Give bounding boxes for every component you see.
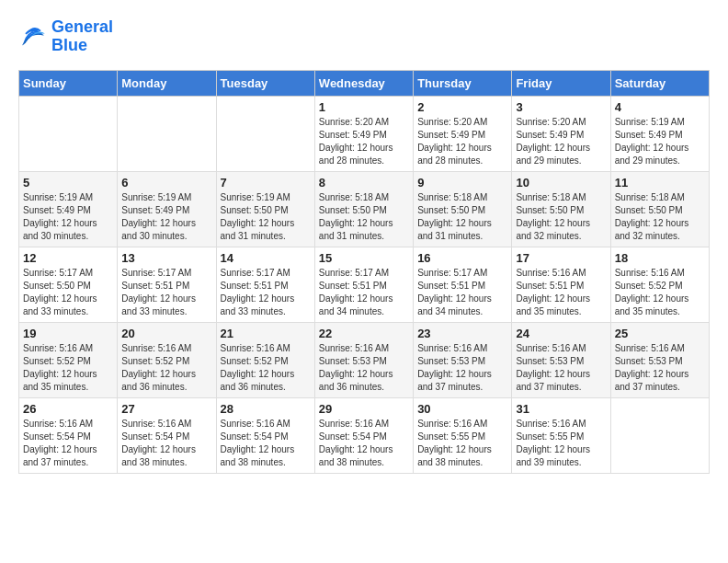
calendar-week-row: 12Sunrise: 5:17 AM Sunset: 5:50 PM Dayli… <box>19 247 710 322</box>
calendar-cell: 8Sunrise: 5:18 AM Sunset: 5:50 PM Daylig… <box>314 171 413 247</box>
day-number: 22 <box>319 327 409 340</box>
calendar-week-row: 5Sunrise: 5:19 AM Sunset: 5:49 PM Daylig… <box>19 171 710 247</box>
calendar-cell: 7Sunrise: 5:19 AM Sunset: 5:50 PM Daylig… <box>216 171 314 247</box>
day-number: 3 <box>516 100 606 114</box>
calendar-cell: 15Sunrise: 5:17 AM Sunset: 5:51 PM Dayli… <box>314 247 413 322</box>
calendar-cell: 11Sunrise: 5:18 AM Sunset: 5:50 PM Dayli… <box>610 171 709 247</box>
day-number: 23 <box>417 327 507 340</box>
weekday-header-wednesday: Wednesday <box>314 70 413 96</box>
day-number: 28 <box>221 402 311 416</box>
day-number: 12 <box>23 251 113 265</box>
calendar-cell: 3Sunrise: 5:20 AM Sunset: 5:49 PM Daylig… <box>512 96 610 171</box>
logo-text: General Blue <box>51 18 113 55</box>
calendar-week-row: 19Sunrise: 5:16 AM Sunset: 5:52 PM Dayli… <box>19 322 710 397</box>
day-info: Sunrise: 5:17 AM Sunset: 5:51 PM Dayligh… <box>121 267 211 318</box>
calendar-cell: 17Sunrise: 5:16 AM Sunset: 5:51 PM Dayli… <box>512 247 610 322</box>
day-info: Sunrise: 5:18 AM Sunset: 5:50 PM Dayligh… <box>615 191 705 243</box>
day-info: Sunrise: 5:16 AM Sunset: 5:52 PM Dayligh… <box>23 342 113 394</box>
calendar-cell: 19Sunrise: 5:16 AM Sunset: 5:52 PM Dayli… <box>19 322 118 397</box>
day-number: 27 <box>121 402 211 416</box>
day-info: Sunrise: 5:16 AM Sunset: 5:53 PM Dayligh… <box>615 342 705 394</box>
day-info: Sunrise: 5:16 AM Sunset: 5:54 PM Dayligh… <box>319 418 409 469</box>
day-info: Sunrise: 5:16 AM Sunset: 5:52 PM Dayligh… <box>221 342 311 394</box>
weekday-header-saturday: Saturday <box>610 70 709 96</box>
day-info: Sunrise: 5:17 AM Sunset: 5:51 PM Dayligh… <box>221 267 311 318</box>
day-number: 31 <box>516 402 606 416</box>
calendar-body: 1Sunrise: 5:20 AM Sunset: 5:49 PM Daylig… <box>19 96 710 473</box>
weekday-header-sunday: Sunday <box>19 70 118 96</box>
weekday-header-row: SundayMondayTuesdayWednesdayThursdayFrid… <box>19 70 710 96</box>
day-info: Sunrise: 5:17 AM Sunset: 5:51 PM Dayligh… <box>319 267 409 318</box>
calendar-cell: 20Sunrise: 5:16 AM Sunset: 5:52 PM Dayli… <box>118 322 216 397</box>
day-number: 7 <box>221 176 311 190</box>
weekday-header-thursday: Thursday <box>414 70 512 96</box>
day-info: Sunrise: 5:16 AM Sunset: 5:52 PM Dayligh… <box>615 267 705 318</box>
day-info: Sunrise: 5:18 AM Sunset: 5:50 PM Dayligh… <box>417 191 507 243</box>
calendar-cell: 12Sunrise: 5:17 AM Sunset: 5:50 PM Dayli… <box>19 247 118 322</box>
day-number: 5 <box>23 176 113 190</box>
day-info: Sunrise: 5:18 AM Sunset: 5:50 PM Dayligh… <box>516 191 606 243</box>
day-number: 24 <box>516 327 606 340</box>
day-info: Sunrise: 5:19 AM Sunset: 5:49 PM Dayligh… <box>121 191 211 243</box>
day-number: 8 <box>319 176 409 190</box>
calendar-cell: 23Sunrise: 5:16 AM Sunset: 5:53 PM Dayli… <box>414 322 512 397</box>
calendar-cell: 21Sunrise: 5:16 AM Sunset: 5:52 PM Dayli… <box>216 322 314 397</box>
day-number: 9 <box>417 176 507 190</box>
day-info: Sunrise: 5:20 AM Sunset: 5:49 PM Dayligh… <box>516 116 606 167</box>
calendar-cell: 2Sunrise: 5:20 AM Sunset: 5:49 PM Daylig… <box>414 96 512 171</box>
day-info: Sunrise: 5:16 AM Sunset: 5:53 PM Dayligh… <box>319 342 409 394</box>
calendar-cell: 1Sunrise: 5:20 AM Sunset: 5:49 PM Daylig… <box>314 96 413 171</box>
calendar-cell: 13Sunrise: 5:17 AM Sunset: 5:51 PM Dayli… <box>118 247 216 322</box>
day-info: Sunrise: 5:16 AM Sunset: 5:53 PM Dayligh… <box>516 342 606 394</box>
calendar-cell: 9Sunrise: 5:18 AM Sunset: 5:50 PM Daylig… <box>414 171 512 247</box>
calendar-cell: 5Sunrise: 5:19 AM Sunset: 5:49 PM Daylig… <box>19 171 118 247</box>
calendar-cell: 31Sunrise: 5:16 AM Sunset: 5:55 PM Dayli… <box>512 397 610 473</box>
calendar-table: SundayMondayTuesdayWednesdayThursdayFrid… <box>18 70 710 474</box>
day-info: Sunrise: 5:16 AM Sunset: 5:52 PM Dayligh… <box>121 342 211 394</box>
day-info: Sunrise: 5:16 AM Sunset: 5:51 PM Dayligh… <box>516 267 606 318</box>
day-info: Sunrise: 5:19 AM Sunset: 5:50 PM Dayligh… <box>221 191 311 243</box>
weekday-header-tuesday: Tuesday <box>216 70 314 96</box>
day-number: 10 <box>516 176 606 190</box>
calendar-cell: 24Sunrise: 5:16 AM Sunset: 5:53 PM Dayli… <box>512 322 610 397</box>
calendar-cell: 14Sunrise: 5:17 AM Sunset: 5:51 PM Dayli… <box>216 247 314 322</box>
calendar-header: SundayMondayTuesdayWednesdayThursdayFrid… <box>19 70 710 96</box>
day-info: Sunrise: 5:16 AM Sunset: 5:55 PM Dayligh… <box>516 418 606 469</box>
day-number: 1 <box>319 100 409 114</box>
calendar-cell: 10Sunrise: 5:18 AM Sunset: 5:50 PM Dayli… <box>512 171 610 247</box>
day-info: Sunrise: 5:16 AM Sunset: 5:53 PM Dayligh… <box>417 342 507 394</box>
day-info: Sunrise: 5:20 AM Sunset: 5:49 PM Dayligh… <box>417 116 507 167</box>
day-number: 20 <box>121 327 211 340</box>
day-number: 17 <box>516 251 606 265</box>
day-number: 11 <box>615 176 705 190</box>
calendar-cell: 22Sunrise: 5:16 AM Sunset: 5:53 PM Dayli… <box>314 322 413 397</box>
calendar-cell: 28Sunrise: 5:16 AM Sunset: 5:54 PM Dayli… <box>216 397 314 473</box>
day-number: 15 <box>319 251 409 265</box>
day-info: Sunrise: 5:20 AM Sunset: 5:49 PM Dayligh… <box>319 116 409 167</box>
logo-icon <box>18 22 48 52</box>
day-number: 30 <box>417 402 507 416</box>
day-number: 4 <box>615 100 705 114</box>
calendar-cell: 4Sunrise: 5:19 AM Sunset: 5:49 PM Daylig… <box>610 96 709 171</box>
day-info: Sunrise: 5:17 AM Sunset: 5:50 PM Dayligh… <box>23 267 113 318</box>
calendar-cell: 26Sunrise: 5:16 AM Sunset: 5:54 PM Dayli… <box>19 397 118 473</box>
day-number: 19 <box>23 327 113 340</box>
weekday-header-friday: Friday <box>512 70 610 96</box>
day-number: 26 <box>23 402 113 416</box>
day-number: 18 <box>615 251 705 265</box>
day-number: 29 <box>319 402 409 416</box>
day-number: 16 <box>417 251 507 265</box>
day-info: Sunrise: 5:19 AM Sunset: 5:49 PM Dayligh… <box>23 191 113 243</box>
calendar-cell: 18Sunrise: 5:16 AM Sunset: 5:52 PM Dayli… <box>610 247 709 322</box>
page-header: General Blue <box>18 18 710 55</box>
day-number: 6 <box>121 176 211 190</box>
calendar-cell: 30Sunrise: 5:16 AM Sunset: 5:55 PM Dayli… <box>414 397 512 473</box>
calendar-cell: 27Sunrise: 5:16 AM Sunset: 5:54 PM Dayli… <box>118 397 216 473</box>
calendar-cell: 6Sunrise: 5:19 AM Sunset: 5:49 PM Daylig… <box>118 171 216 247</box>
day-number: 25 <box>615 327 705 340</box>
calendar-cell: 16Sunrise: 5:17 AM Sunset: 5:51 PM Dayli… <box>414 247 512 322</box>
day-info: Sunrise: 5:16 AM Sunset: 5:54 PM Dayligh… <box>221 418 311 469</box>
calendar-cell <box>118 96 216 171</box>
day-info: Sunrise: 5:16 AM Sunset: 5:55 PM Dayligh… <box>417 418 507 469</box>
day-info: Sunrise: 5:17 AM Sunset: 5:51 PM Dayligh… <box>417 267 507 318</box>
